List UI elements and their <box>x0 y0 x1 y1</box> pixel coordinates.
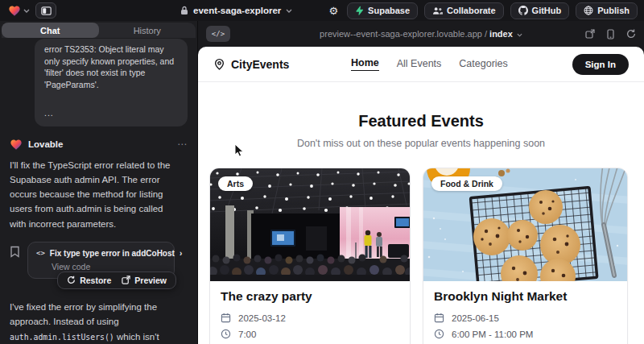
lovable-logo-menu[interactable] <box>6 3 31 19</box>
nav-home[interactable]: Home <box>351 57 379 71</box>
event-date-row: 2025-03-12 <box>221 313 399 323</box>
supabase-label: Supabase <box>368 6 410 15</box>
clock-icon <box>221 329 231 339</box>
app-window: event-saga-explorer ⚙ Supabase <box>0 0 644 344</box>
brand-name: CityEvents <box>231 58 289 71</box>
preview-panel: </> preview--event-saga-explorer.lovable… <box>198 21 644 344</box>
globe-icon <box>584 6 593 15</box>
message-menu-icon[interactable]: ⋯ <box>177 139 188 150</box>
site-brand[interactable]: CityEvents <box>213 58 289 71</box>
url-host: preview--event-saga-explorer.lovable.app <box>320 29 482 39</box>
event-time: 6:00 PM - 11:00 PM <box>452 329 533 339</box>
event-time-row: 6:00 PM - 11:00 PM <box>434 329 617 339</box>
publish-label: Publish <box>597 6 630 15</box>
inline-code-listusers: auth.admin.listUsers() <box>10 333 114 342</box>
nav-categories[interactable]: Categories <box>459 58 507 71</box>
assistant-result-text: I've fixed the error by simplifying the … <box>10 300 181 344</box>
restore-preview-pill: Restore Preview <box>57 271 176 289</box>
calendar-icon <box>221 313 231 323</box>
code-icon: <> <box>36 249 45 257</box>
section-subheading: Don't miss out on these popular events h… <box>198 138 644 149</box>
event-title: The crazy party <box>221 289 399 304</box>
assistant-intro-text: I'll fix the TypeScript error related to… <box>10 158 181 231</box>
github-icon <box>518 6 528 15</box>
code-view-toggle[interactable]: </> <box>206 26 230 42</box>
map-pin-icon <box>213 58 225 70</box>
chevron-down-icon <box>23 9 30 13</box>
gear-icon: ⚙ <box>328 5 338 17</box>
chat-messages: error TS2353: Object literal may only sp… <box>0 38 197 344</box>
supabase-button[interactable]: Supabase <box>347 2 418 19</box>
top-bar: event-saga-explorer ⚙ Supabase <box>0 0 644 21</box>
event-title: Brooklyn Night Market <box>434 289 617 304</box>
tab-history-label: History <box>134 26 161 35</box>
calendar-icon <box>434 313 444 323</box>
toggle-sidebar-button[interactable] <box>35 2 56 19</box>
refresh-icon[interactable] <box>626 29 636 39</box>
lovable-heart-icon <box>8 5 21 17</box>
lovable-heart-icon <box>10 139 23 151</box>
mobile-view-icon[interactable] <box>607 29 614 39</box>
preview-url[interactable]: preview--event-saga-explorer.lovable.app… <box>198 29 644 39</box>
github-button[interactable]: GitHub <box>510 2 570 19</box>
bookmark-icon[interactable] <box>10 246 20 258</box>
external-link-icon <box>122 276 130 284</box>
collaborate-button[interactable]: Collaborate <box>424 2 504 19</box>
event-time: 7:00 <box>238 329 256 339</box>
project-switcher[interactable]: event-saga-explorer <box>180 0 292 21</box>
clock-icon <box>434 329 444 339</box>
lock-icon <box>180 6 188 15</box>
project-name: event-saga-explorer <box>193 6 281 15</box>
user-message-text: error TS2353: Object literal may only sp… <box>44 44 178 90</box>
chevron-right-icon: › <box>180 249 182 258</box>
site-header: CityEvents Home All Events Categories Si… <box>198 47 644 82</box>
sidebar-panel-icon <box>41 6 52 15</box>
restore-icon <box>67 276 76 284</box>
fix-card-title: Fix type type error in addCoHost <box>50 249 175 258</box>
github-label: GitHub <box>532 6 562 15</box>
event-time-row: 7:00 <box>221 329 399 339</box>
category-badge: Arts <box>218 176 253 191</box>
tab-chat-label: Chat <box>40 26 60 35</box>
people-icon <box>432 6 443 15</box>
event-date: 2025-03-12 <box>238 313 286 323</box>
site-nav: Home All Events Categories <box>351 57 508 71</box>
supabase-bolt-icon <box>355 6 364 15</box>
preview-page: CityEvents Home All Events Categories Si… <box>198 47 644 344</box>
restore-button[interactable]: Restore <box>67 276 111 285</box>
nav-all-events[interactable]: All Events <box>397 58 442 71</box>
assistant-name: Lovable <box>28 139 63 149</box>
event-card-market[interactable]: Food & Drink Brooklyn Night Market 2025-… <box>423 168 628 344</box>
preview-chrome-bar: </> preview--event-saga-explorer.lovable… <box>198 21 644 47</box>
assistant-header: Lovable ⋯ <box>10 139 188 151</box>
top-bar-actions: ⚙ Supabase Collaborate <box>326 2 638 19</box>
card-body: The crazy party 2025-03-12 <box>210 281 410 344</box>
restore-label: Restore <box>80 276 111 285</box>
fix-card-row: <> Fix type type error in addCoHost › Vi… <box>10 242 188 279</box>
event-card-party[interactable]: Arts The crazy party 2025-03-12 <box>209 168 411 344</box>
chat-panel: Chat History error TS2353: Object litera… <box>0 21 198 344</box>
chevron-down-icon <box>517 33 522 37</box>
open-in-new-tab-icon[interactable] <box>585 29 595 39</box>
user-message-bubble: error TS2353: Object literal may only sp… <box>35 39 188 126</box>
featured-section-header: Featured Events Don't miss out on these … <box>198 112 644 149</box>
event-date-row: 2025-06-15 <box>434 313 617 323</box>
view-code-link[interactable]: View code <box>52 262 166 271</box>
tab-history[interactable]: History <box>99 23 196 38</box>
sign-in-button[interactable]: Sign In <box>572 54 629 75</box>
url-separator: / <box>485 29 487 39</box>
settings-button[interactable]: ⚙ <box>326 6 341 16</box>
category-badge: Food & Drink <box>431 176 502 191</box>
collaborate-label: Collaborate <box>447 6 496 15</box>
chat-history-tabs: Chat History <box>2 23 196 38</box>
result-text-1: I've fixed the error by simplifying the … <box>10 302 157 326</box>
typing-dots: ... <box>44 107 178 119</box>
card-body: Brooklyn Night Market 2025-06-15 <box>423 281 627 344</box>
publish-button[interactable]: Publish <box>576 2 638 19</box>
mouse-cursor <box>234 143 244 157</box>
tab-chat[interactable]: Chat <box>2 23 99 38</box>
preview-controls <box>585 29 636 39</box>
event-date: 2025-06-15 <box>452 313 499 323</box>
preview-button[interactable]: Preview <box>122 276 167 285</box>
chevron-down-icon <box>286 9 292 13</box>
